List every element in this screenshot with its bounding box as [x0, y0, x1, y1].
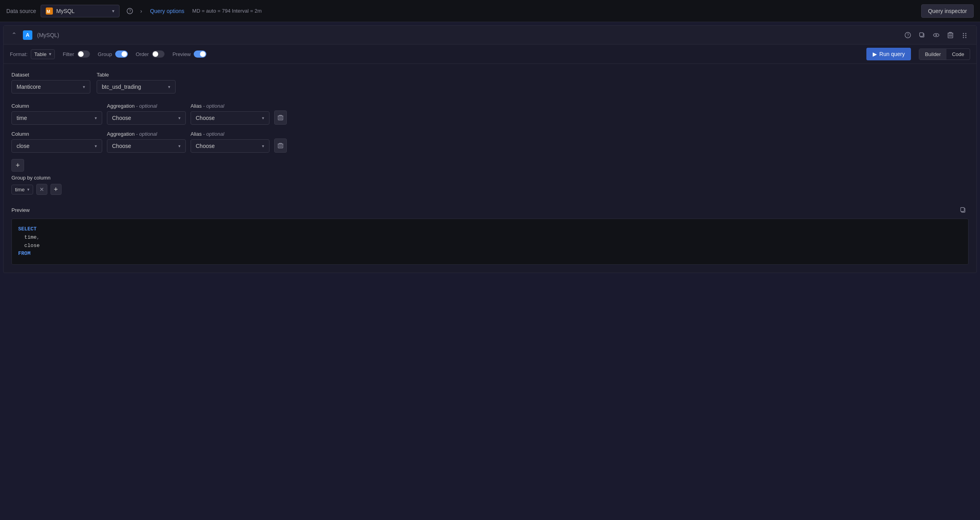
- aggregation-1-select[interactable]: Choose ▾: [107, 139, 186, 153]
- table-label: Table: [97, 72, 176, 78]
- svg-rect-7: [920, 33, 923, 36]
- builder-code-toggle: Builder Code: [919, 49, 970, 60]
- query-options-button[interactable]: Query options: [147, 6, 187, 16]
- group-by-tag-label: time: [15, 187, 25, 193]
- run-query-button[interactable]: ▶ Run query: [866, 48, 911, 60]
- run-query-label: Run query: [879, 51, 905, 57]
- column-0-value: time: [17, 115, 27, 121]
- table-value: btc_usd_trading: [102, 84, 141, 90]
- add-column-button[interactable]: +: [11, 159, 24, 172]
- column-0-chevron-icon: ▾: [95, 116, 97, 121]
- aggregation-0-chevron-icon: ▾: [178, 116, 181, 121]
- datasource-label: Data source: [6, 8, 36, 14]
- preview-line-select: SELECT: [18, 225, 962, 234]
- svg-text:?: ?: [129, 9, 131, 13]
- query-letter: A: [23, 30, 32, 40]
- alias-1-select[interactable]: Choose ▾: [191, 139, 269, 153]
- filter-toggle[interactable]: [77, 51, 90, 58]
- column-row-1: Column close ▾ Aggregation - optional Ch…: [11, 131, 969, 153]
- group-by-remove-button[interactable]: ✕: [36, 184, 47, 195]
- duplicate-icon-button[interactable]: [916, 30, 928, 41]
- group-label: Group: [98, 51, 112, 57]
- preview-toggle-label: Preview: [172, 51, 191, 57]
- eye-icon-button[interactable]: [931, 30, 942, 41]
- query-db-label: (MySQL): [37, 32, 59, 38]
- alias-1-chevron-icon: ▾: [262, 144, 264, 149]
- dataset-table-row: Dataset Manticore ▾ Table btc_usd_tradin…: [11, 72, 969, 94]
- alias-1-label: Alias - optional: [191, 131, 269, 137]
- aggregation-1-value: Choose: [112, 143, 131, 149]
- dataset-label: Dataset: [11, 72, 90, 78]
- preview-code: SELECT time, close FROM: [11, 219, 969, 265]
- query-inspector-button[interactable]: Query inspector: [921, 4, 974, 18]
- dataset-field-group: Dataset Manticore ▾: [11, 72, 90, 94]
- format-select[interactable]: Table ▾: [31, 49, 55, 59]
- aggregation-1-field-group: Aggregation - optional Choose ▾: [107, 131, 186, 153]
- svg-rect-41: [961, 208, 964, 211]
- svg-point-21: [965, 35, 967, 36]
- svg-point-18: [963, 33, 964, 34]
- column-0-label: Column: [11, 103, 102, 109]
- alias-0-select[interactable]: Choose ▾: [191, 111, 269, 125]
- aggregation-1-label: Aggregation - optional: [107, 131, 186, 137]
- preview-toggle[interactable]: [194, 51, 206, 58]
- svg-point-23: [965, 37, 967, 38]
- alias-0-label: Alias - optional: [191, 103, 269, 109]
- svg-point-20: [963, 35, 964, 36]
- aggregation-1-optional-label: - optional: [136, 131, 157, 137]
- aggregation-0-select[interactable]: Choose ▾: [107, 111, 186, 125]
- group-by-add-button[interactable]: +: [50, 184, 62, 195]
- svg-point-22: [963, 37, 964, 38]
- column-0-field-group: Column time ▾: [11, 103, 102, 125]
- filter-label: Filter: [63, 51, 74, 57]
- builder-button[interactable]: Builder: [919, 49, 946, 60]
- group-by-column-label: Group by column: [11, 175, 969, 181]
- aggregation-0-optional-label: - optional: [136, 103, 157, 109]
- datasource-select[interactable]: M MySQL ▾: [41, 5, 120, 17]
- help-icon-button[interactable]: ?: [124, 6, 135, 17]
- table-select[interactable]: btc_usd_trading ▾: [97, 80, 176, 94]
- query-body: Dataset Manticore ▾ Table btc_usd_tradin…: [4, 64, 976, 273]
- format-chevron-icon: ▾: [49, 51, 51, 57]
- alias-1-optional-label: - optional: [203, 131, 224, 137]
- code-button[interactable]: Code: [946, 49, 970, 60]
- aggregation-0-label: Aggregation - optional: [107, 103, 186, 109]
- mysql-icon: M: [46, 7, 53, 15]
- alias-1-field-group: Alias - optional Choose ▾: [191, 131, 269, 153]
- delete-column-0-button[interactable]: [274, 110, 287, 125]
- dataset-value: Manticore: [17, 84, 41, 90]
- filter-toggle-group: Filter: [63, 51, 90, 58]
- table-chevron-icon: ▾: [168, 84, 170, 90]
- drag-handle-icon-button[interactable]: [959, 30, 970, 41]
- delete-query-icon-button[interactable]: [945, 30, 956, 41]
- collapse-button[interactable]: ⌃: [10, 30, 18, 40]
- group-toggle[interactable]: [115, 51, 128, 58]
- group-by-tag[interactable]: time ▾: [11, 185, 33, 195]
- column-1-field-group: Column close ▾: [11, 131, 102, 153]
- datasource-value: MySQL: [56, 8, 75, 14]
- toolbar: Format: Table ▾ Filter Group Order Previ…: [4, 45, 976, 64]
- group-by-tag-chevron-icon: ▾: [27, 187, 30, 192]
- column-0-select[interactable]: time ▾: [11, 111, 102, 125]
- column-1-value: close: [17, 143, 30, 149]
- dataset-select[interactable]: Manticore ▾: [11, 80, 90, 94]
- alias-0-field-group: Alias - optional Choose ▾: [191, 103, 269, 125]
- preview-section-label: Preview: [11, 207, 30, 213]
- svg-point-19: [965, 33, 967, 34]
- format-value: Table: [34, 51, 47, 57]
- order-toggle-group: Order: [136, 51, 165, 58]
- order-toggle[interactable]: [152, 51, 165, 58]
- delete-column-1-button[interactable]: [274, 138, 287, 153]
- svg-text:?: ?: [907, 33, 909, 37]
- copy-preview-button[interactable]: [958, 204, 969, 215]
- datasource-chevron-icon: ▾: [112, 8, 114, 14]
- query-meta: MD = auto = 794 Interval = 2m: [192, 8, 262, 14]
- column-1-label: Column: [11, 131, 102, 137]
- format-section: Format: Table ▾: [10, 49, 55, 59]
- dataset-chevron-icon: ▾: [83, 84, 85, 90]
- svg-point-9: [935, 34, 937, 36]
- query-help-icon-button[interactable]: ?: [902, 30, 913, 41]
- column-row-0: Column time ▾ Aggregation - optional Cho…: [11, 103, 969, 125]
- column-1-chevron-icon: ▾: [95, 144, 97, 149]
- column-1-select[interactable]: close ▾: [11, 139, 102, 153]
